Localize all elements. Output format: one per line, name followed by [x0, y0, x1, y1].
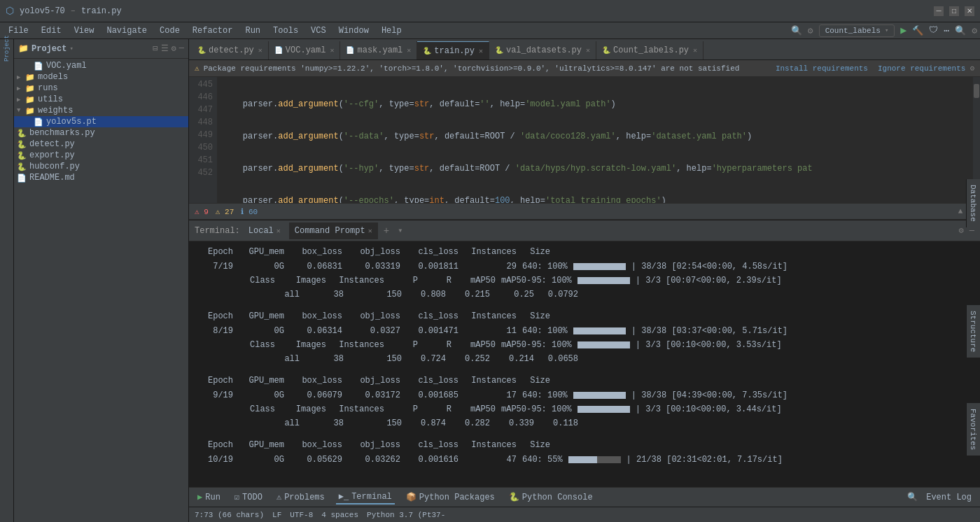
tree-voc-yaml[interactable]: 📄 VOC.yaml	[14, 60, 188, 71]
close-tab-icon[interactable]: ✕	[479, 47, 483, 55]
minimize-button[interactable]: ─	[934, 6, 944, 16]
maximize-button[interactable]: □	[949, 6, 959, 16]
val-all: all	[279, 288, 300, 301]
python-packages-icon: 📦	[406, 492, 416, 502]
code-content[interactable]: parser.add_argument('--cfg', type=str, d…	[217, 77, 973, 203]
python-console-button[interactable]: 🐍 Python Console	[506, 491, 596, 504]
menu-vcs[interactable]: VCS	[305, 24, 332, 37]
line-ending[interactable]: LF	[272, 511, 281, 519]
py-icon: 🐍	[17, 129, 27, 138]
ignore-requirements-button[interactable]: Ignore requirements	[878, 64, 965, 73]
menu-run[interactable]: Run	[239, 24, 266, 37]
search-everywhere-icon[interactable]: 🔍	[791, 25, 802, 36]
problems-button[interactable]: ⚠ Problems	[274, 491, 328, 504]
close-tab-icon[interactable]: ✕	[330, 46, 334, 55]
tab-train-py[interactable]: 🐍 train.py ✕	[417, 41, 489, 59]
install-requirements-button[interactable]: Install requirements	[776, 64, 868, 73]
project-icon[interactable]: Project	[1, 42, 13, 55]
event-log-button[interactable]: Event Log	[923, 491, 974, 504]
line-num-447: 447	[193, 105, 213, 118]
indent-info[interactable]: 4 spaces	[321, 511, 358, 519]
epoch-8-val-results: all 38 150 0.724 0.252 0.214 0.0658	[195, 352, 974, 366]
search-icon[interactable]: 🔍	[955, 25, 966, 36]
tree-runs[interactable]: ▶ 📁 runs	[14, 83, 188, 94]
run-green-icon[interactable]: ▶	[900, 24, 906, 37]
menu-tools[interactable]: Tools	[267, 24, 304, 37]
tab-detect-py[interactable]: 🐍 detect.py ✕	[192, 41, 269, 59]
gear-icon[interactable]: ⚙	[972, 25, 977, 36]
run-button[interactable]: ▶ Run	[195, 491, 223, 504]
run-config-dropdown[interactable]: Count_labels ▾	[819, 24, 895, 37]
terminal-dropdown-icon[interactable]: ▾	[395, 225, 405, 236]
menu-view[interactable]: View	[69, 24, 100, 37]
editor-area: 445 446 447 448 449 450 451 452 parser.a…	[189, 77, 980, 203]
close-tab-icon[interactable]: ✕	[586, 46, 590, 55]
collapse-all-icon[interactable]: ⊟	[153, 43, 158, 54]
left-sidebar-icons: Project	[0, 39, 14, 522]
line-num-449: 449	[193, 130, 213, 143]
col-instances: Instances	[332, 403, 384, 416]
tree-export[interactable]: 🐍 export.py	[14, 150, 188, 161]
val-instances: 47	[464, 453, 517, 466]
tree-detect[interactable]: 🐍 detect.py	[14, 139, 188, 150]
tree-hubconf[interactable]: 🐍 hubconf.py	[14, 161, 188, 172]
titlebar: ⬡ yolov5-70 – train.py ─ □ ✕	[0, 0, 980, 22]
settings-project-icon[interactable]: ⚙	[172, 43, 176, 54]
close-tab-icon[interactable]: ✕	[258, 46, 262, 55]
tree-utils[interactable]: ▶ 📁 utils	[14, 94, 188, 105]
todo-button[interactable]: ☑ TODO	[232, 491, 265, 504]
favorites-tab[interactable]: Favorites	[966, 403, 980, 456]
menu-navigate[interactable]: Navigate	[101, 24, 153, 37]
python-packages-button[interactable]: 📦 Python Packages	[403, 491, 498, 504]
tab-val-datasets[interactable]: 🐍 val_datasets.py ✕	[489, 41, 596, 59]
val-progress-7	[578, 274, 630, 287]
close-tab-icon[interactable]: ✕	[276, 227, 281, 235]
build-icon[interactable]: 🔨	[912, 25, 923, 36]
terminal-tab-local[interactable]: Local ✕	[243, 223, 286, 239]
tree-yolov5s-pt[interactable]: 📄 yolov5s.pt	[14, 116, 188, 127]
warning-settings-icon[interactable]: ⚙	[969, 64, 974, 73]
menu-window[interactable]: Window	[333, 24, 374, 37]
more-run-icon[interactable]: ⋯	[944, 25, 949, 36]
terminal-button[interactable]: ▶_ Terminal	[336, 490, 395, 505]
close-tab-icon[interactable]: ✕	[693, 46, 697, 55]
close-tab-icon[interactable]: ✕	[407, 46, 411, 55]
close-tab-icon[interactable]: ✕	[368, 227, 372, 235]
tab-mask-yaml[interactable]: 📄 mask.yaml ✕	[340, 41, 417, 59]
menu-code[interactable]: Code	[154, 24, 186, 37]
tab-voc-yaml[interactable]: 📄 VOC.yaml ✕	[269, 41, 341, 59]
val-progress-9	[578, 403, 630, 416]
val-cls-loss: 0.001471	[406, 325, 458, 337]
settings-icon[interactable]: ⚙	[808, 25, 813, 36]
line-num-445: 445	[193, 80, 213, 92]
terminal-content[interactable]: Epoch GPU_mem box_loss obj_loss cls_loss…	[189, 241, 980, 487]
database-tab[interactable]: Database	[966, 179, 980, 227]
close-button[interactable]: ✕	[965, 6, 974, 16]
terminal-settings-icon[interactable]: ⚙	[959, 225, 964, 236]
epoch-7-val-header: Class Images Instances P R mAP50 mAP50-9…	[195, 274, 974, 288]
structure-tab[interactable]: Structure	[966, 305, 980, 358]
project-dropdown-icon[interactable]: ▾	[69, 45, 73, 52]
menu-edit[interactable]: Edit	[36, 24, 67, 37]
menu-help[interactable]: Help	[376, 24, 407, 37]
terminal-tab-command-prompt[interactable]: Command Prompt ✕	[289, 223, 378, 239]
tree-weights[interactable]: ▼ 📁 weights	[14, 105, 188, 116]
file-name: train.py	[81, 6, 122, 16]
code-line-445: parser.add_argument('--cfg', type=str, d…	[223, 99, 967, 112]
tree-models[interactable]: ▶ 📁 models	[14, 71, 188, 83]
close-panel-icon[interactable]: —	[179, 43, 184, 54]
val-size: 640: 55%	[522, 453, 563, 466]
menu-refactor[interactable]: Refactor	[187, 24, 239, 37]
scroll-up-icon[interactable]: ▲	[958, 207, 963, 216]
yaml-file-icon: 📄	[346, 46, 354, 55]
encoding[interactable]: UTF-8	[290, 511, 313, 519]
expand-icon[interactable]: ☰	[161, 43, 169, 54]
tree-benchmarks[interactable]: 🐍 benchmarks.py	[14, 127, 188, 139]
coverage-icon[interactable]: 🛡	[929, 25, 938, 36]
tree-readme[interactable]: 📄 README.md	[14, 172, 188, 183]
add-terminal-button[interactable]: +	[381, 225, 392, 237]
tab-count-labels[interactable]: 🐍 Count_labels.py ✕	[596, 41, 704, 59]
col-map50: mAP50	[457, 339, 496, 351]
scrollbar-thumb[interactable]	[974, 84, 979, 98]
search-icon[interactable]: 🔍	[907, 492, 918, 502]
